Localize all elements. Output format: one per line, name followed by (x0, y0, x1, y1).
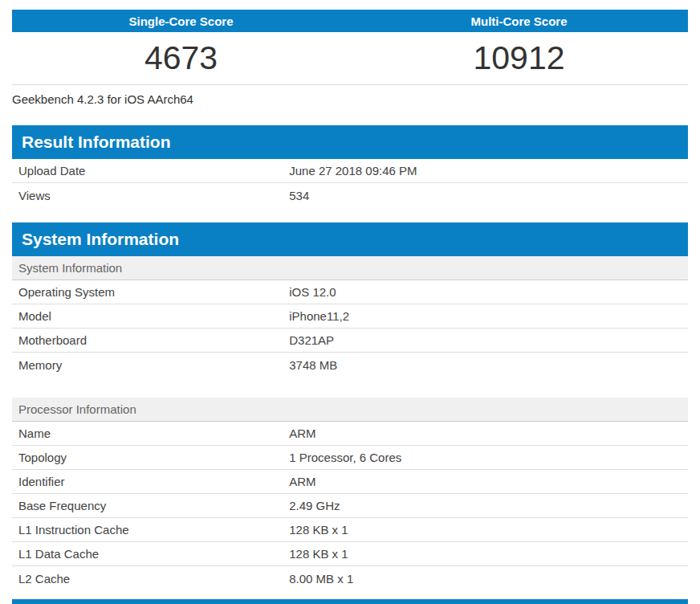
processor-information-subheader: Processor Information (12, 398, 688, 422)
row-label: Model (12, 309, 289, 323)
score-header-bar: Single-Core Score Multi-Core Score (12, 10, 688, 32)
next-section-header-partial (12, 599, 688, 604)
row-label: Views (12, 189, 289, 202)
benchmark-result-page: Single-Core Score Multi-Core Score 4673 … (0, 10, 700, 604)
row-label: L1 Instruction Cache (12, 523, 289, 537)
row-value: 3748 MB (289, 358, 688, 372)
table-row-model: Model iPhone11,2 (12, 304, 688, 329)
score-values-row: 4673 10912 (12, 32, 688, 85)
result-information-header: Result Information (12, 125, 688, 159)
row-label: Identifier (12, 475, 289, 488)
row-value: 534 (289, 189, 688, 202)
geekbench-version-caption: Geekbench 4.2.3 for iOS AArch64 (12, 85, 688, 125)
row-value: 8.00 MB x 1 (289, 572, 688, 586)
table-row-l1-instruction-cache: L1 Instruction Cache 128 KB x 1 (12, 518, 688, 542)
row-label: Memory (12, 358, 289, 372)
row-value: June 27 2018 09:46 PM (289, 164, 688, 178)
row-value: 128 KB x 1 (289, 547, 688, 561)
row-label: Operating System (12, 285, 289, 299)
row-label: Base Frequency (12, 499, 289, 512)
row-value: 128 KB x 1 (289, 523, 688, 537)
row-label: L2 Cache (12, 572, 289, 586)
table-row-motherboard: Motherboard D321AP (12, 329, 688, 353)
row-label: Topology (12, 451, 289, 464)
row-label: L1 Data Cache (12, 547, 289, 561)
table-row-base-frequency: Base Frequency 2.49 GHz (12, 494, 688, 518)
table-row-l1-data-cache: L1 Data Cache 128 KB x 1 (12, 542, 688, 566)
table-row-memory: Memory 3748 MB (12, 353, 688, 377)
row-value: 1 Processor, 6 Cores (289, 451, 688, 464)
row-value: ARM (289, 426, 688, 440)
multi-core-score-label: Multi-Core Score (350, 10, 688, 32)
row-value: iOS 12.0 (289, 285, 688, 299)
row-value: 2.49 GHz (289, 499, 688, 512)
table-row-identifier: Identifier ARM (12, 470, 688, 494)
row-value: ARM (289, 475, 688, 488)
row-label: Upload Date (12, 164, 289, 178)
table-row-views: Views 534 (12, 183, 688, 207)
multi-core-score-value: 10912 (350, 32, 688, 84)
system-information-header: System Information (12, 222, 688, 256)
row-value: iPhone11,2 (289, 309, 688, 323)
system-information-subheader: System Information (12, 256, 688, 280)
single-core-score-label: Single-Core Score (12, 10, 350, 32)
table-row-name: Name ARM (12, 422, 688, 446)
row-value: D321AP (289, 333, 688, 347)
row-label: Name (12, 426, 289, 440)
table-row-l2-cache: L2 Cache 8.00 MB x 1 (12, 566, 688, 590)
table-row-upload-date: Upload Date June 27 2018 09:46 PM (12, 159, 688, 183)
single-core-score-value: 4673 (12, 32, 350, 84)
row-label: Motherboard (12, 333, 289, 347)
table-row-operating-system: Operating System iOS 12.0 (12, 280, 688, 304)
table-row-topology: Topology 1 Processor, 6 Cores (12, 446, 688, 470)
